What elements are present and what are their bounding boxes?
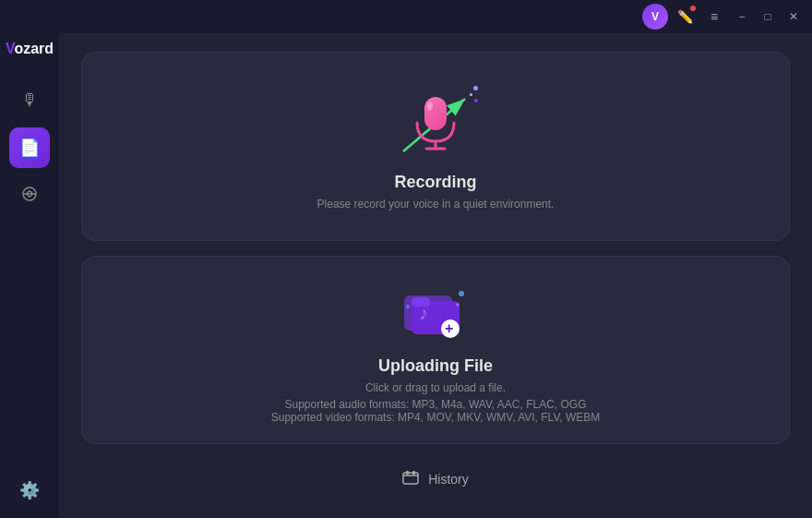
recording-card[interactable]: Recording Please record your voice in a …: [81, 52, 790, 241]
svg-text:♪: ♪: [419, 303, 428, 323]
recording-title: Recording: [394, 173, 476, 192]
titlebar-controls: V ✏️ ≡ − □ ✕: [642, 4, 805, 30]
sidebar: Vozard 🎙 📄 ⚙️: [0, 33, 59, 518]
upload-formats-audio: Supported audio formats: MP3, M4a, WAV, …: [284, 398, 586, 411]
svg-text:+: +: [445, 320, 453, 336]
logo-text: Vozard: [6, 41, 54, 57]
sidebar-item-microphone[interactable]: 🎙: [9, 79, 50, 120]
sidebar-bottom: ⚙️: [9, 470, 50, 511]
svg-point-12: [406, 305, 410, 308]
svg-rect-16: [403, 473, 418, 484]
avatar-button[interactable]: V: [642, 4, 668, 30]
sidebar-item-settings[interactable]: ⚙️: [9, 470, 50, 511]
microphone-icon: 🎙: [21, 90, 38, 110]
minimize-button[interactable]: −: [731, 6, 753, 28]
recording-subtitle: Please record your voice in a quiet envi…: [317, 198, 555, 211]
upload-illustration: ♪ +: [399, 279, 472, 345]
app-body: Vozard 🎙 📄 ⚙️: [0, 33, 812, 518]
titlebar: V ✏️ ≡ − □ ✕: [0, 0, 812, 33]
history-icon: [402, 469, 419, 489]
close-button[interactable]: ✕: [782, 6, 805, 28]
settings-icon: ⚙️: [19, 480, 40, 500]
svg-point-11: [459, 291, 464, 296]
maximize-button[interactable]: □: [757, 6, 779, 28]
logo-rest: ozard: [14, 41, 54, 56]
pen-icon-button[interactable]: ✏️: [672, 4, 698, 30]
logo-v: V: [6, 41, 14, 56]
document-icon: 📄: [19, 138, 40, 158]
history-label: History: [428, 472, 469, 487]
upload-icon-area: ♪ +: [399, 275, 472, 349]
share-icon: [20, 185, 39, 208]
sparkle-decoration: [470, 86, 478, 102]
svg-rect-18: [412, 471, 415, 475]
microphone-illustration: [408, 90, 463, 158]
menu-button[interactable]: ≡: [701, 4, 727, 30]
svg-rect-17: [406, 471, 409, 475]
upload-formats-video: Supported video formats: MP4, MOV, MKV, …: [271, 411, 601, 424]
sidebar-item-document[interactable]: 📄: [9, 127, 50, 168]
upload-subtitle-main: Click or drag to upload a file.: [365, 381, 506, 394]
logo: Vozard: [6, 41, 54, 57]
svg-point-6: [427, 102, 433, 111]
sidebar-nav: 🎙 📄: [9, 79, 50, 470]
svg-rect-3: [424, 97, 447, 130]
svg-point-13: [456, 303, 460, 307]
upload-card[interactable]: ♪ + Uploading File Click or drag to uplo…: [81, 256, 790, 445]
sidebar-item-share[interactable]: [9, 175, 50, 216]
history-bar[interactable]: History: [81, 459, 790, 500]
pen-notification-dot: [690, 6, 696, 11]
recording-icon-area: [389, 82, 482, 165]
content-area: Recording Please record your voice in a …: [59, 33, 812, 518]
upload-title: Uploading File: [378, 356, 493, 376]
